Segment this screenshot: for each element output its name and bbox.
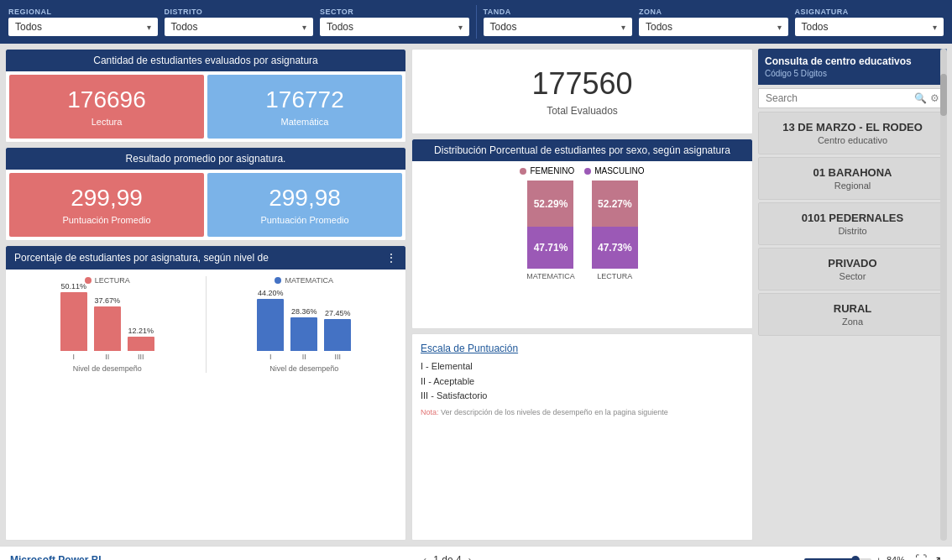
stat-promedio-matematica: 299,98 Puntuación Promedio <box>207 173 402 237</box>
scale-card: Escala de Puntuación I - Elemental II - … <box>411 333 753 541</box>
bar-lectura-iii: 12.21% III <box>128 327 154 361</box>
legend-dot-masculino <box>584 168 591 175</box>
filter-regional-label: REGIONAL <box>8 8 158 16</box>
total-label: Total Evaluados <box>421 105 744 117</box>
filter-sector-select[interactable]: Todos ▾ <box>320 18 469 36</box>
filter-distrito-label: DISTRITO <box>165 8 314 16</box>
scale-item-iii: III - Satisfactorio <box>421 389 744 404</box>
info-item-2[interactable]: 01 BARAHONA Regional <box>758 157 947 200</box>
dist-bar-matematica: 52.29% 47.71% MATEMATICA <box>526 181 575 280</box>
section-porcentaje: Porcentaje de estudiantes por asignatura… <box>5 245 406 541</box>
info-item-5[interactable]: RURAL Zona <box>758 293 947 336</box>
fullscreen-icon[interactable]: ⛶ <box>915 553 927 561</box>
consulta-header: Consulta de centro educativos Código 5 D… <box>758 49 947 85</box>
search-input[interactable] <box>766 92 911 104</box>
stat-promedio-lectura: 299,99 Puntuación Promedio <box>9 173 204 237</box>
section-evaluados: Cantidad de estudiantes evaluados por as… <box>5 49 406 143</box>
scrollbar-thumb <box>940 74 947 116</box>
filter-divider <box>476 5 477 39</box>
filter-tanda-select[interactable]: Todos ▾ <box>484 18 633 36</box>
total-card: 177560 Total Evaluados <box>411 49 753 134</box>
filter-zona-label: ZONA <box>639 8 788 16</box>
right-scrollbar[interactable] <box>940 49 947 541</box>
prev-page-button[interactable]: ‹ <box>423 553 427 561</box>
zoom-controls: − + 84% ⛶ ↗ <box>793 553 942 561</box>
filter-distrito[interactable]: DISTRITO Todos ▾ <box>165 8 314 36</box>
codigo-label: Código 5 Dígitos <box>765 69 940 78</box>
zoom-plus-button[interactable]: + <box>876 555 881 561</box>
chart-lectura: LECTURA 50.11% I 37.67% II <box>13 276 202 373</box>
dist-header: Distribución Porcentual de estudiantes p… <box>412 139 752 161</box>
scale-note: Nota: Ver descripción de los niveles de … <box>421 407 744 418</box>
share-icon[interactable]: ↗ <box>932 553 942 561</box>
legend-dot-matematica <box>275 277 281 284</box>
chevron-down-icon: ▾ <box>777 23 782 32</box>
filter-tanda[interactable]: TANDA Todos ▾ <box>484 8 633 36</box>
bar-lectura-ii: 37.67% II <box>94 296 121 361</box>
section-promedio-header: Resultado promedio por asignatura. <box>6 148 405 170</box>
bar-mat-ii: 28.36% II <box>290 307 317 361</box>
bar-mat-i: 44.20% I <box>257 289 284 361</box>
page-info: 1 de 4 <box>433 554 461 561</box>
section-evaluados-header: Cantidad de estudiantes evaluados por as… <box>6 50 405 71</box>
filter-regional-select[interactable]: Todos ▾ <box>8 18 158 36</box>
filter-asignatura[interactable]: ASIGNATURA Todos ▾ <box>795 8 944 36</box>
filter-asignatura-label: ASIGNATURA <box>795 8 944 16</box>
filter-zona-select[interactable]: Todos ▾ <box>639 18 788 36</box>
zoom-thumb <box>851 556 860 561</box>
dist-legend: FEMENINO MASCULINO <box>412 161 752 181</box>
filter-sector[interactable]: SECTOR Todos ▾ <box>320 8 469 36</box>
chevron-down-icon: ▾ <box>302 23 306 32</box>
bottom-bar: Microsoft Power BI ‹ 1 de 4 › − + 84% ⛶ … <box>0 546 952 560</box>
legend-dot-femenino <box>520 168 526 175</box>
filter-regional[interactable]: REGIONAL Todos ▾ <box>8 8 158 36</box>
filter-zona[interactable]: ZONA Todos ▾ <box>639 8 788 36</box>
filter-distrito-select[interactable]: Todos ▾ <box>165 18 314 36</box>
info-item-1[interactable]: 13 DE MARZO - EL RODEO Centro educativo <box>758 112 947 154</box>
next-page-button[interactable]: › <box>468 553 473 561</box>
stat-lectura: 176696 Lectura <box>9 75 204 139</box>
chevron-down-icon: ▾ <box>458 23 463 32</box>
bar-lectura-i: 50.11% I <box>60 282 87 361</box>
chart-divider <box>206 276 207 373</box>
zoom-value: 84% <box>887 555 905 561</box>
dist-bar-lectura: 52.27% 47.73% LECTURA <box>592 181 638 280</box>
filter-tanda-label: TANDA <box>484 8 633 16</box>
scale-title: Escala de Puntuación <box>421 343 744 354</box>
info-item-3[interactable]: 0101 PEDERNALES Distrito <box>758 202 947 245</box>
chart-matematica: MATEMATICA 44.20% I 28.36% II <box>210 276 400 373</box>
bar-mat-iii: 27.45% III <box>324 309 351 361</box>
section-promedio: Resultado promedio por asignatura. 299,9… <box>5 147 406 241</box>
filter-icon[interactable]: ⚙ <box>930 92 939 104</box>
powerbi-link[interactable]: Microsoft Power BI <box>10 554 102 561</box>
stat-matematica: 176772 Matemática <box>207 75 402 139</box>
chevron-down-icon: ▾ <box>147 23 151 32</box>
zoom-minus-button[interactable]: − <box>793 555 798 561</box>
chevron-down-icon: ▾ <box>933 23 937 32</box>
filter-asignatura-select[interactable]: Todos ▾ <box>795 18 944 36</box>
filter-sector-label: SECTOR <box>320 8 469 16</box>
page-navigation: ‹ 1 de 4 › <box>423 553 473 561</box>
info-item-4[interactable]: PRIVADO Sector <box>758 248 947 290</box>
search-icon: 🔍 <box>914 92 927 104</box>
scroll-indicator-icon: ⋮ <box>385 251 397 264</box>
total-value: 177560 <box>421 66 744 102</box>
dist-card: Distribución Porcentual de estudiantes p… <box>411 139 753 329</box>
chevron-down-icon: ▾ <box>621 23 625 32</box>
scale-item-ii: II - Aceptable <box>421 374 744 390</box>
scale-item-i: I - Elemental <box>421 359 744 374</box>
section-porcentaje-header: Porcentaje de estudiantes por asignatura… <box>6 246 405 270</box>
search-box[interactable]: 🔍 ⚙ <box>758 88 947 108</box>
